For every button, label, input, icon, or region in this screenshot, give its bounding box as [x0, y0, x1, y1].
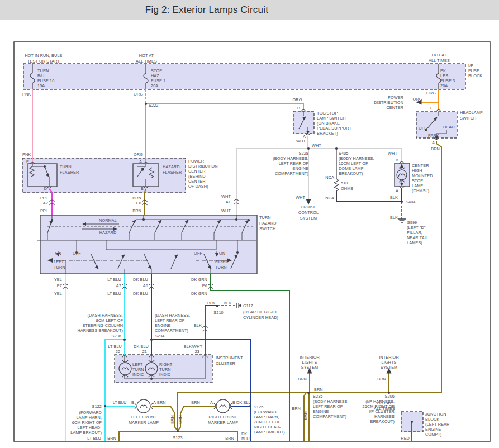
label-block: BLOCK — [425, 417, 439, 422]
label-cylinder-head: CYLINDER HEAD) — [243, 315, 278, 320]
label-b: B — [297, 106, 300, 111]
label-center: CENTER — [412, 163, 429, 168]
label-indic: INDIC — [132, 372, 144, 377]
label-nca: NCA — [325, 196, 334, 201]
label-dash-harness: (DASH HARNESS, — [155, 313, 190, 318]
label-b: B — [232, 400, 235, 405]
label-headlamp: HEADLAMP — [460, 110, 483, 115]
label-ppl: PPL — [40, 208, 48, 213]
label-red: RED — [401, 436, 410, 441]
label-stop: STOP — [412, 178, 423, 183]
label-center: CENTER — [386, 105, 403, 110]
label-blk-wht: BLK/WHT — [184, 344, 203, 349]
label-lamps: LAMPS) — [407, 240, 422, 245]
label-wht: WHT — [296, 139, 306, 144]
label-engine: ENGINE — [425, 427, 441, 432]
label-blk: BLK — [224, 301, 231, 306]
wiring-diagram: HOT IN RUN, BULBTEST OR STARTHOT ATALL T… — [0, 0, 499, 448]
junction-dot — [123, 339, 126, 341]
label-lamp-brkout: LAMP BRKOUT) — [254, 430, 285, 435]
label-switch: SWITCH — [259, 226, 275, 231]
label-blk: BLK — [390, 215, 398, 220]
label-body-harness: (BODY HARNESS, — [313, 399, 349, 404]
label-lps: LPS — [440, 73, 448, 78]
label-org: ORG — [134, 152, 143, 157]
label-on: ON — [55, 251, 61, 256]
label-all-times: ALL TIMES — [374, 406, 395, 411]
label-left-rear: (LEFT REAR — [425, 422, 449, 427]
label-s125: S125 — [254, 404, 263, 409]
label-cruise: CRUISE — [301, 204, 316, 209]
label-20a: 20A — [151, 83, 158, 88]
label-brn: BRN — [191, 400, 200, 405]
label-a2: A2 — [43, 201, 48, 206]
label-yel: YEL — [54, 291, 62, 296]
label-near-tail: NEAR TAIL — [407, 235, 428, 240]
label-s206: S206 — [385, 394, 395, 399]
junction-dot — [216, 305, 218, 307]
page: { "header": { "title": "Fig 2: Exterior … — [0, 0, 499, 448]
label-hot-in-run-bulb: HOT IN RUN, BULB — [25, 53, 62, 58]
label-a7: A7 — [116, 283, 121, 288]
junction-dot — [239, 304, 241, 307]
label-lights: LIGHTS — [382, 360, 397, 365]
label-dk: DK — [241, 431, 247, 436]
label-brn: BRN — [132, 196, 141, 201]
label-pnk: PNK — [22, 92, 31, 97]
label-e: E — [26, 159, 29, 164]
org-wire-brake — [146, 104, 303, 110]
label-turn: TURN — [159, 367, 171, 372]
label-e: E — [430, 106, 433, 111]
label-b: B — [141, 186, 144, 191]
label-off: OFF — [73, 251, 81, 256]
label-a1: A1 — [226, 199, 231, 204]
label-all-times: ALL TIMES — [136, 59, 157, 64]
label-s405: S405 — [339, 151, 348, 156]
label-all-times: ALL TIMES — [429, 58, 450, 63]
junction-dot — [307, 392, 310, 394]
label-junction: JUNCTION — [425, 412, 446, 417]
label-s210: S210 — [213, 310, 223, 315]
label-brn: BRN — [170, 415, 175, 424]
label-brn: BRN — [107, 436, 116, 441]
label-ohms: OHMS — [341, 186, 353, 191]
label-20: 20 — [116, 349, 120, 354]
label-brn: BRN — [157, 400, 166, 405]
label-engine: ENGINE — [155, 323, 171, 328]
label-pnk: PNK — [22, 152, 31, 157]
label-e6: E6 — [202, 283, 207, 288]
label-10cm-left-of: 10CM LEFT OF — [339, 161, 368, 166]
bulb-filament-icon — [220, 405, 226, 408]
label-behind: (BEHIND — [188, 174, 206, 179]
label-a: A — [153, 400, 156, 405]
label-s404: S404 — [406, 199, 415, 204]
label-org: ORG — [426, 90, 436, 96]
junction-dot — [235, 218, 237, 221]
label-control: CONTROL — [298, 210, 319, 215]
label-of-dash: OF DASH) — [188, 184, 208, 189]
label-brn: BRN — [303, 411, 308, 420]
label-breakout: BREAKOUT) — [339, 171, 363, 176]
label-tcc-stop: TCC/STOP — [317, 111, 338, 116]
label-distribution: DISTRIBUTION — [188, 164, 218, 169]
label-right-front: RIGHT FRONT — [209, 414, 237, 420]
label-blk: BLK — [207, 301, 215, 306]
label-7cm-left-of: 7CM LEFT OF — [254, 420, 281, 425]
label-fuse-1: FUSE 1 — [151, 78, 165, 83]
label-normal: NORMAL — [99, 218, 117, 223]
label-brn: BRN — [298, 376, 307, 382]
label-d: D — [44, 186, 47, 191]
label-left: LEFT — [54, 259, 64, 264]
label-wht: WHT — [388, 151, 397, 156]
label-a: A — [396, 188, 398, 193]
label-org: ORG — [293, 97, 302, 102]
label-i-p: I/P — [468, 63, 473, 68]
label-hazard: HAZARD — [163, 164, 180, 169]
label-hot-at: HOT AT — [139, 53, 154, 58]
label-off: OFF — [419, 126, 427, 131]
label-20a: 20A — [440, 83, 448, 88]
label-blk: BLK — [194, 323, 202, 328]
label-harness: HARNESS — [374, 414, 395, 419]
junction-dot — [249, 405, 251, 407]
label-brn: BRN — [178, 415, 183, 424]
